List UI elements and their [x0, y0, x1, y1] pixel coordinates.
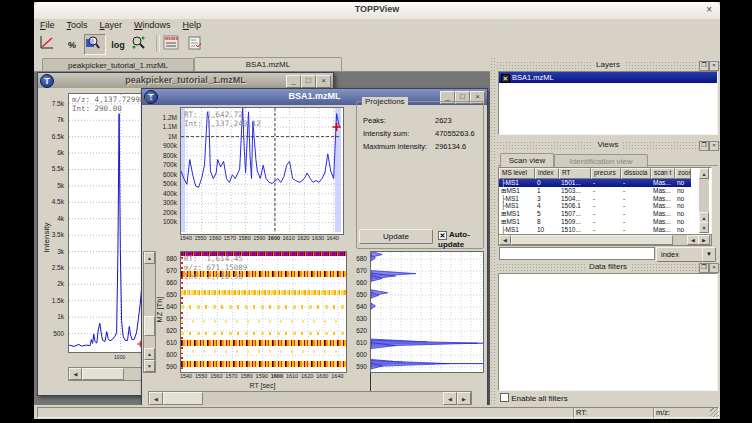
axis-tick: 500: [53, 330, 64, 337]
scan-row[interactable]: ⊞MS181509...--Mas...no: [499, 218, 691, 226]
axis-tick: 600k: [163, 171, 177, 178]
column-header-index[interactable]: index: [535, 168, 559, 179]
scan-row[interactable]: ├MS131504...--Mas...no: [499, 195, 691, 203]
cell: Mas...: [651, 179, 675, 187]
cell: 1509...: [559, 218, 591, 226]
cursor-rt-readout: RT: 1,614.45: [184, 254, 243, 263]
msms-precursor-button[interactable]: MS/MS: [162, 34, 184, 55]
scroll-right-icon[interactable]: ▶: [698, 235, 710, 245]
scroll-up-icon[interactable]: ▲: [699, 168, 709, 179]
column-header-precurs[interactable]: precurs: [591, 168, 621, 179]
close-icon[interactable]: ×: [709, 263, 719, 273]
percent-intensity-button[interactable]: %: [61, 34, 83, 55]
scrollbar-thumb[interactable]: [82, 368, 124, 380]
axis-tick: 3k: [57, 248, 64, 255]
minimize-icon[interactable]: _: [286, 75, 301, 88]
tab-peakpicker_tutorial_1.mzML[interactable]: peakpicker_tutorial_1.mzML: [42, 58, 194, 71]
close-icon[interactable]: ×: [709, 61, 719, 71]
scroll-down-icon[interactable]: ▼: [144, 360, 155, 372]
cell: no: [675, 187, 691, 195]
scan-row[interactable]: ├MS101501...--Mas...no: [499, 179, 691, 187]
float-dock-icon[interactable]: ❐: [699, 263, 709, 273]
views-dock-titlebar[interactable]: Views ❐ ×: [496, 141, 720, 150]
scan-sort-combobox[interactable]: index: [656, 247, 706, 262]
identification-toolbar-button[interactable]: [186, 34, 208, 55]
status-rt-panel: RT:: [573, 407, 655, 418]
axis-tick: 680: [356, 255, 367, 262]
checkbox-icon[interactable]: [500, 393, 509, 402]
mz-projection-tick-strip: [370, 373, 482, 378]
toolbar: % log MS/MS: [34, 32, 720, 58]
cell: no: [675, 179, 691, 187]
menu-item-layer[interactable]: Layer: [100, 20, 123, 30]
layers-dock-titlebar[interactable]: Layers ❐ ×: [496, 61, 720, 70]
close-icon[interactable]: ×: [709, 141, 719, 151]
column-header-RT[interactable]: RT: [559, 168, 591, 179]
float-dock-icon[interactable]: ❐: [699, 61, 709, 71]
cell: 4: [535, 202, 559, 210]
peak-map-2d[interactable]: RT: 1,614.45 m/z: 671.15089 Int: 2,718.5…: [180, 251, 347, 373]
measure-mode-button[interactable]: [130, 34, 152, 55]
layer-list-item[interactable]: ✕ BSA1.mzML: [499, 72, 717, 83]
spectrum-window-titlebar[interactable]: T peakpicker_tutorial_1.mzML _ □ ×: [38, 73, 333, 88]
column-header-MS-level[interactable]: MS level: [499, 168, 535, 179]
log-intensity-button[interactable]: log: [107, 34, 129, 55]
menu-item-file[interactable]: File: [40, 20, 55, 30]
layers-list[interactable]: ✕ BSA1.mzML: [498, 71, 718, 135]
chevron-down-icon[interactable]: ▼: [702, 247, 716, 262]
scroll-left-icon[interactable]: ◀: [443, 392, 457, 405]
scan-table-v-scrollbar[interactable]: ▲ ▲ ▼: [699, 168, 709, 232]
filters-dock-titlebar[interactable]: Data filters ❐ ×: [496, 263, 720, 272]
update-button[interactable]: Update: [359, 229, 433, 244]
tab-BSA1.mzML[interactable]: BSA1.mzML: [194, 57, 342, 71]
checkbox-icon[interactable]: ✕: [438, 231, 447, 240]
scroll-left-icon[interactable]: ◀: [149, 392, 163, 405]
float-dock-icon[interactable]: ❐: [699, 141, 709, 151]
scan-row[interactable]: ⊞MS111503...--Mas...no: [499, 187, 691, 195]
cursor-mz-readout: m/z: 4,137.7299804: [72, 95, 153, 104]
scan-row[interactable]: ├MS141506.1--Mas...no: [499, 202, 691, 210]
enable-all-filters-checkbox[interactable]: Enable all filters: [500, 393, 568, 403]
scroll-up-icon[interactable]: ▲: [144, 348, 155, 360]
axis-tick: 600: [166, 351, 177, 358]
map-h-scrollbar[interactable]: ◀ ◀ ▶: [148, 391, 472, 405]
scan-table-h-scrollbar[interactable]: ◀ ◀ ▶: [498, 234, 712, 246]
resize-grip[interactable]: [710, 408, 719, 417]
auto-update-checkbox[interactable]: ✕ Auto-update: [438, 230, 487, 249]
axis-tick: 640: [166, 303, 177, 310]
scroll-up-icon[interactable]: ▲: [144, 252, 155, 264]
close-icon[interactable]: ×: [316, 75, 331, 88]
column-header-zoom[interactable]: zoom: [675, 168, 691, 179]
app-titlebar[interactable]: TOPPView ×: [34, 2, 720, 20]
bsa-window: T BSA1.mzML _ □ × 1.2M1.1M1M900k800k700k…: [141, 88, 488, 405]
scroll-left-icon[interactable]: ◀: [69, 368, 82, 380]
scroll-right-icon[interactable]: ▶: [457, 392, 471, 405]
data-filters-list[interactable]: [498, 273, 718, 391]
column-header-scan-t[interactable]: scan t: [651, 168, 675, 179]
rt-projection-y-ticks: 1.2M1.1M1M900k800k700k600k500k400k300k20…: [154, 107, 179, 231]
layer-visible-checkbox[interactable]: ✕: [501, 74, 510, 83]
scroll-left-icon[interactable]: ◀: [499, 235, 511, 245]
scan-row[interactable]: ⊞MS151507...--Mas...no: [499, 210, 691, 218]
menu-item-tools[interactable]: Tools: [67, 20, 88, 30]
close-icon[interactable]: ×: [706, 4, 712, 15]
scrollbar-thumb[interactable]: [511, 235, 673, 245]
scan-table[interactable]: MS levelindexRTprecursdissociascan tzoom…: [498, 167, 712, 235]
tab-scan-view[interactable]: Scan view: [500, 153, 554, 167]
maximize-icon[interactable]: □: [301, 75, 316, 88]
views-tabbar: Scan view Identification view: [498, 153, 718, 166]
zoom-mode-button[interactable]: [84, 34, 106, 55]
scan-row[interactable]: ├MS1101510...--Mas...no: [499, 226, 691, 234]
axis-tick: 100k: [163, 218, 177, 225]
menu-item-help[interactable]: Help: [183, 20, 202, 30]
tab-identification-view[interactable]: Identification view: [554, 154, 648, 167]
scrollbar-thumb[interactable]: [144, 316, 155, 336]
reset-zoom-button[interactable]: [38, 34, 60, 55]
mz-projection-plot[interactable]: [370, 251, 484, 373]
scrollbar-thumb[interactable]: [163, 392, 203, 405]
rt-projection-plot[interactable]: RT: 1,642.72 Int: 1,137,240.12: [180, 107, 344, 235]
column-header-dissocia[interactable]: dissocia: [621, 168, 651, 179]
scroll-down-icon[interactable]: ▼: [699, 222, 709, 233]
menu-item-windows[interactable]: Windows: [134, 20, 171, 30]
scan-filter-input[interactable]: [499, 247, 655, 260]
